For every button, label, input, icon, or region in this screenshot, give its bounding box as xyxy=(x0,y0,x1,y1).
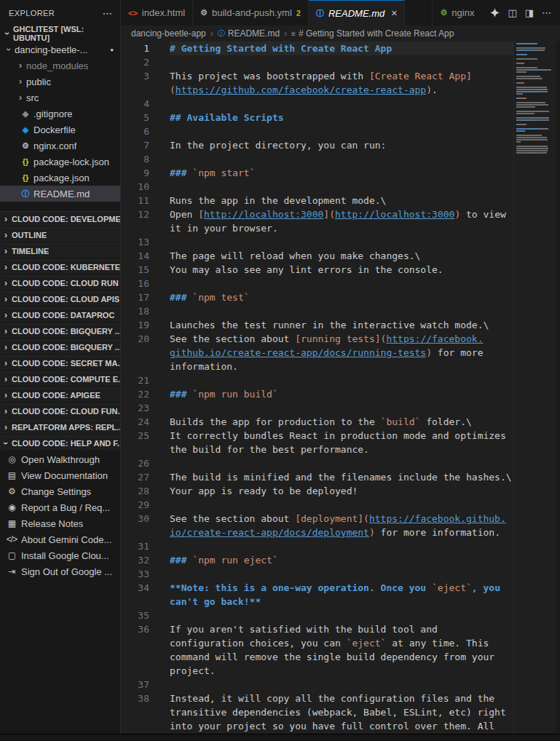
code-token: The page will reload when you make chang… xyxy=(170,250,420,261)
section-cloud-code-kubernetes[interactable]: ›CLOUD CODE: KUBERNETES xyxy=(0,259,120,275)
chevron-right-icon: › xyxy=(15,61,26,70)
code-token: Open xyxy=(170,209,198,220)
code-token: at any time. This xyxy=(386,638,489,649)
help-item-open-walkthrough[interactable]: ◎Open Walkthrough xyxy=(0,451,120,467)
code-line: The build is minified and the filenames … xyxy=(170,470,513,484)
help-item-report-a-bug-req[interactable]: ◉Report a Bug / Req... xyxy=(0,499,120,515)
tree-item-gitignore[interactable]: ◆.gitignore xyxy=(0,106,120,122)
code-token: ### xyxy=(170,167,192,178)
minimap-line xyxy=(516,146,556,147)
tree-item-src[interactable]: ›src xyxy=(0,90,120,106)
line-number: 26 xyxy=(121,456,149,470)
section-cloud-code-dataproc[interactable]: ›CLOUD CODE: DATAPROC xyxy=(0,307,120,323)
item-label: README.md xyxy=(33,189,90,199)
section-outline[interactable]: ›OUTLINE xyxy=(0,227,120,243)
code-line: # Getting Started with Create React App xyxy=(170,41,513,55)
code-line xyxy=(170,373,513,387)
code-token: Builds the app for production to the xyxy=(170,416,381,427)
section-cloud-code-developme[interactable]: ›CLOUD CODE: DEVELOPME... xyxy=(0,211,120,227)
code-token: `eject` xyxy=(347,638,387,649)
code-line: transitive dependencies (webpack, Babel,… xyxy=(170,705,513,719)
breadcrumb-dancing-beetle-app[interactable]: dancing-beetle-app xyxy=(131,28,206,39)
minimap-token xyxy=(516,78,543,79)
section-label: CLOUD CODE: COMPUTE E... xyxy=(12,375,120,384)
editor-pane[interactable]: 1234567891011121314151617181920212223242… xyxy=(121,41,560,734)
minimap-line xyxy=(516,128,556,130)
minimap-token xyxy=(534,69,545,71)
more-actions-icon[interactable]: ⋯ xyxy=(542,7,551,18)
minimap-token xyxy=(516,119,535,121)
help-item-change-settings[interactable]: ⚙Change Settings xyxy=(0,483,120,499)
code-token: [Create React App] xyxy=(369,71,472,82)
code-token: The build is minified and the filenames … xyxy=(170,472,512,483)
code-line: command will remove the single build dep… xyxy=(170,650,513,664)
line-number xyxy=(121,636,149,650)
section-cloud-code-cloud-fun[interactable]: ›CLOUD CODE: CLOUD FUN... xyxy=(0,403,120,419)
help-item-sign-out-of-google[interactable]: ⇥Sign Out of Google ... xyxy=(0,563,120,579)
customize-layout-icon[interactable]: ◨ xyxy=(525,7,534,18)
section-replatform-apps-repl[interactable]: ›REPLATFORM APPS: REPL... xyxy=(0,419,120,435)
tree-item-nginx-conf[interactable]: ⚙nginx.conf xyxy=(0,138,120,154)
minimap-line xyxy=(516,47,556,49)
tree-item-node-modules[interactable]: ›node_modules xyxy=(0,58,120,74)
help-item-install-google-clou[interactable]: ▢Install Google Clou... xyxy=(0,547,120,563)
tree-item-dockerfile[interactable]: ◆Dockerfile xyxy=(0,122,120,138)
split-editor-icon[interactable]: ◫ xyxy=(508,7,516,18)
editor-scrollbar[interactable] xyxy=(556,41,560,734)
help-item-view-documentation[interactable]: ▤View Documentation xyxy=(0,467,120,483)
minimap-token xyxy=(516,130,525,132)
tab-index-html[interactable]: <>index.html xyxy=(121,0,193,25)
minimap-line xyxy=(516,130,556,132)
tab-bar: <>index.html⚙build-and-push.yml2ⓘREADME.… xyxy=(121,0,560,25)
section-cloud-code-bigquery[interactable]: ›CLOUD CODE: BIGQUERY ... xyxy=(0,323,120,339)
code-token: , you xyxy=(472,582,500,593)
tab-problems-badge: 2 xyxy=(296,9,301,17)
help-item-label: View Documentation xyxy=(21,470,108,481)
tree-item-readme-md[interactable]: ⓘREADME.md xyxy=(0,186,120,202)
minimap-token xyxy=(543,49,545,51)
line-number xyxy=(121,526,149,539)
help-item-release-notes[interactable]: ▦Release Notes xyxy=(0,515,120,531)
gemini-sparkle-icon[interactable] xyxy=(490,8,500,17)
code-area[interactable]: # Getting Started with Create React AppT… xyxy=(157,41,513,734)
help-item-about-gemini-code[interactable]: </>About Gemini Code... xyxy=(0,531,120,547)
code-line: **Note: this is a one-way operation. Onc… xyxy=(170,581,513,595)
minimap-token xyxy=(516,43,537,44)
code-token: [running tests] xyxy=(295,333,380,344)
tree-item-package-lock-json[interactable]: {}package-lock.json xyxy=(0,154,120,170)
tree-item-package-json[interactable]: {}package.json xyxy=(0,170,120,186)
tab-nginx[interactable]: ⚙nginx xyxy=(432,0,481,25)
minimap-token xyxy=(516,135,542,136)
section-cloud-code-apigee[interactable]: ›CLOUD CODE: APIGEE xyxy=(0,387,120,403)
section-timeline[interactable]: ›TIMELINE xyxy=(0,243,120,259)
code-line: This project was bootstrapped with [Crea… xyxy=(170,69,513,83)
section-cloud-code-bigquery[interactable]: ›CLOUD CODE: BIGQUERY ... xyxy=(0,339,120,355)
line-number: 28 xyxy=(121,484,149,498)
section-cloud-code-help-and-f[interactable]: ›CLOUD CODE: HELP AND F... xyxy=(0,435,120,451)
minimap[interactable] xyxy=(513,41,556,734)
tree-item-dancing-beetle[interactable]: ›dancing-beetle-...● xyxy=(0,41,120,58)
section-cloud-code-secret-ma[interactable]: ›CLOUD CODE: SECRET MA... xyxy=(0,355,120,371)
close-icon[interactable]: × xyxy=(391,8,397,18)
section-cloud-code-cloud-run[interactable]: ›CLOUD CODE: CLOUD RUN xyxy=(0,275,120,291)
chevron-right-icon: › xyxy=(0,327,12,336)
section-cloud-code-cloud-apis[interactable]: ›CLOUD CODE: CLOUD APIS xyxy=(0,291,120,307)
item-label: package.json xyxy=(33,173,90,183)
section-cloud-code-compute-e[interactable]: ›CLOUD CODE: COMPUTE E... xyxy=(0,371,120,387)
breadcrumb-getting-started-with-create-react-app[interactable]: ≡# Getting Started with Create React App xyxy=(291,28,454,39)
minimap-line xyxy=(516,119,556,121)
line-number: 15 xyxy=(121,263,149,277)
explorer-more-actions-icon[interactable]: ⋯ xyxy=(103,7,113,19)
breadcrumb-readme-md[interactable]: ⓘREADME.md xyxy=(218,28,280,39)
tree-item-public[interactable]: ›public xyxy=(0,74,120,90)
code-token: http://localhost:3000 xyxy=(204,209,323,220)
workspace-section-header[interactable]: › GHCLITEST [WSL: UBUNTU] xyxy=(0,25,120,41)
line-number: 21 xyxy=(121,373,149,387)
tab-build-and-push-yml[interactable]: ⚙build-and-push.yml2 xyxy=(193,0,309,25)
line-number: 24 xyxy=(121,415,149,429)
help-item-label: Sign Out of Google ... xyxy=(21,566,112,577)
code-token: for more information. xyxy=(375,527,500,538)
tab-readme-md[interactable]: ⓘREADME.md× xyxy=(309,0,405,25)
item-label: src xyxy=(26,92,39,103)
minimap-line xyxy=(516,100,556,101)
